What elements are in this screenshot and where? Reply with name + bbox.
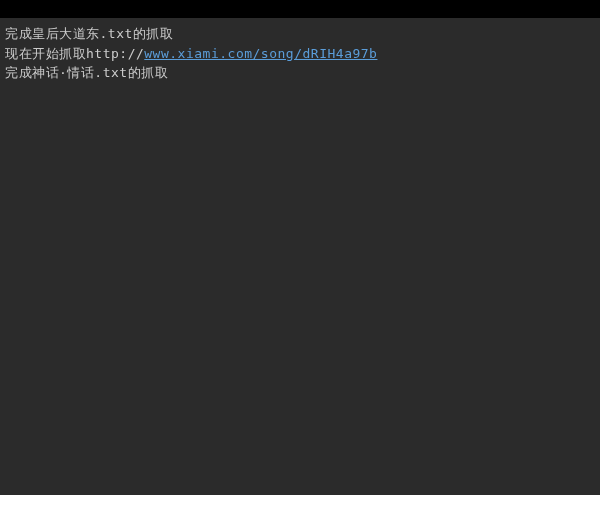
terminal-footer-bar (0, 495, 600, 513)
terminal-text: 现在开始抓取http:// (5, 46, 144, 61)
terminal-header-bar (0, 0, 600, 18)
terminal-output: 完成皇后大道东.txt的抓取 现在开始抓取http://www.xiami.co… (0, 18, 600, 495)
terminal-line: 完成皇后大道东.txt的抓取 (5, 24, 595, 44)
terminal-text: 完成皇后大道东.txt的抓取 (5, 26, 173, 41)
terminal-line: 完成神话·情话.txt的抓取 (5, 63, 595, 83)
terminal-link[interactable]: www.xiami.com/song/dRIH4a97b (144, 46, 377, 61)
terminal-line: 现在开始抓取http://www.xiami.com/song/dRIH4a97… (5, 44, 595, 64)
terminal-text: 完成神话·情话.txt的抓取 (5, 65, 168, 80)
